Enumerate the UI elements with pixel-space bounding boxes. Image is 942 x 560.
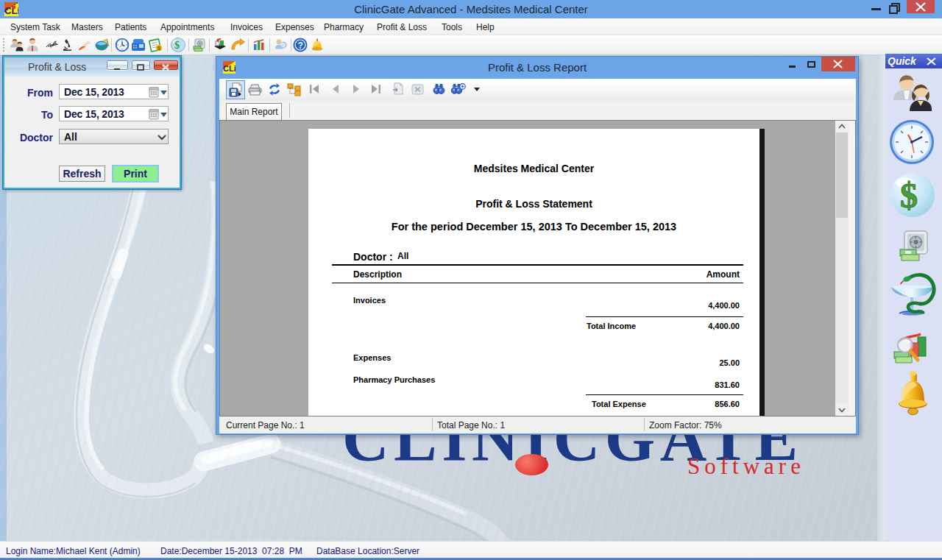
svg-text:$: $ (174, 40, 180, 51)
svg-text:$: $ (157, 45, 161, 52)
svg-text:CLi: CLi (4, 5, 18, 16)
svg-text:CLi: CLi (223, 64, 236, 73)
svg-text:$: $ (900, 176, 918, 215)
svg-text:?: ? (298, 40, 303, 51)
